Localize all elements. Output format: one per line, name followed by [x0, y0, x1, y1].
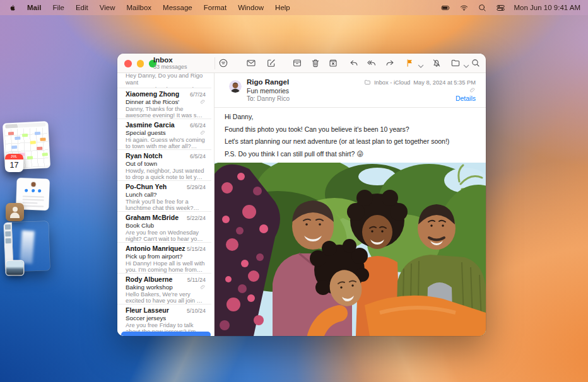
row-preview: Danny, Thanks for the awesome evening! I… — [126, 106, 206, 120]
reply-all-button[interactable] — [367, 58, 377, 69]
row-preview: Are you free on Wednesday night? Can't w… — [126, 229, 206, 243]
window-content: Hey Danny, Do you and Rigo want to come … — [117, 73, 486, 336]
row-subject: Lunch call? — [126, 191, 157, 198]
message-count: 33 messages — [153, 64, 187, 71]
menu-format[interactable]: Format — [204, 4, 226, 11]
search-button[interactable] — [471, 58, 481, 69]
chevron-down-icon — [461, 61, 471, 71]
menu-view[interactable]: View — [100, 4, 115, 11]
message-list-row[interactable]: Po-Chun Yeh5/29/24Lunch call?Think you'l… — [117, 180, 211, 211]
move-icon — [450, 58, 461, 68]
recipient[interactable]: Danny Rico — [257, 95, 290, 102]
selected-message-row-peek[interactable] — [121, 332, 211, 336]
filter-icon — [218, 58, 228, 68]
archive-button[interactable] — [292, 58, 303, 69]
row-sender: Rody Albuerne — [126, 275, 172, 283]
menu-mail[interactable]: Mail — [27, 4, 41, 11]
row-date: 6/7/24 — [190, 91, 206, 98]
compose-icon — [266, 58, 276, 68]
flag-icon — [405, 58, 415, 68]
message-pane: Rigo Rangel Fun memories To:Danny Rico I… — [215, 73, 486, 336]
row-sender: Fleur Lasseur — [126, 306, 169, 314]
message-list-row[interactable]: Rody Albuerne5/11/24Baking workshopHello… — [117, 273, 211, 304]
row-date: 6/6/24 — [190, 122, 206, 129]
message-list-row[interactable]: Xiaomeng Zhong6/7/24Dinner at the Ricos'… — [117, 88, 211, 119]
menu-items: MailFileEditViewMailboxMessageFormatWind… — [27, 4, 290, 11]
mail-window: Inbox 33 messages Hey Danny, Do you and … — [117, 54, 486, 336]
row-sender: Antonio Manriquez — [126, 245, 185, 252]
row-date: 6/5/24 — [190, 153, 206, 159]
row-subject: Pick up from airport? — [126, 253, 182, 260]
trash-icon — [310, 58, 320, 68]
battery-icon[interactable] — [441, 3, 450, 13]
junk-button[interactable] — [328, 58, 339, 69]
message-list-row[interactable]: Ryan Notch6/5/24Out of townHowdy, neighb… — [117, 149, 211, 180]
minimize-button[interactable] — [137, 60, 144, 67]
move-button[interactable] — [450, 58, 468, 69]
archive-icon — [292, 58, 302, 68]
flag-button[interactable] — [405, 58, 423, 69]
window-title: Inbox 33 messages — [153, 56, 187, 71]
window-titlebar[interactable]: Inbox 33 messages — [117, 54, 486, 73]
reply-all-icon — [367, 58, 377, 68]
message-sender[interactable]: Rigo Rangel — [247, 78, 289, 86]
unread-button[interactable] — [246, 58, 257, 69]
row-subject: Baking workshop — [126, 284, 173, 291]
wifi-icon[interactable] — [459, 3, 469, 13]
message-list-row[interactable]: Antonio Manriquez5/15/24Pick up from air… — [117, 242, 211, 273]
mute-icon — [432, 58, 442, 68]
message-list: Hey Danny, Do you and Rigo want to come … — [117, 73, 215, 336]
row-preview: Hi again. Guess who's coming to town wit… — [126, 137, 206, 151]
junk-icon — [328, 58, 338, 68]
calendar-icon-month: JUL — [5, 154, 23, 159]
message-rows: Xiaomeng Zhong6/7/24Dinner at the Ricos'… — [117, 88, 214, 335]
row-date: 5/29/24 — [187, 184, 206, 190]
body-paragraph: Let's start planning our next adventure … — [225, 137, 476, 146]
close-button[interactable] — [124, 60, 132, 67]
forward-button[interactable] — [385, 58, 396, 69]
message-subject: Fun memories — [247, 87, 289, 95]
trash-button[interactable] — [310, 58, 321, 69]
message-list-row[interactable]: Fleur Lasseur5/10/24Soccer jerseysAre yo… — [117, 304, 211, 335]
details-link[interactable]: Details — [456, 95, 476, 102]
spotlight-search-icon[interactable] — [478, 3, 487, 13]
mailbox-title: Inbox — [153, 56, 187, 64]
message-body: Hi Danny,Found this photo you took! Can … — [215, 108, 486, 158]
menu-bar: MailFileEditViewMailboxMessageFormatWind… — [0, 0, 588, 15]
menu-file[interactable]: File — [52, 4, 64, 11]
row-subject: Soccer jerseys — [126, 315, 166, 321]
row-preview: Think you'll be free for a lunchtime cha… — [126, 199, 206, 212]
row-subject: Out of town — [126, 160, 157, 167]
filter-button[interactable] — [218, 58, 229, 69]
body-paragraph: Found this photo you took! Can you belie… — [225, 125, 476, 134]
photos-mini-thumbnail[interactable] — [6, 261, 23, 275]
menu-bar-clock[interactable]: Mon Jun 10 9:41 AM — [514, 4, 580, 11]
forward-icon — [385, 58, 395, 68]
calendar-app-icon[interactable]: JUL 17 — [5, 154, 23, 172]
contact-card-actions — [25, 189, 41, 193]
menu-edit[interactable]: Edit — [76, 4, 88, 11]
control-center-icon[interactable] — [496, 3, 505, 13]
menu-message[interactable]: Message — [163, 4, 192, 11]
row-date: 5/10/24 — [187, 308, 206, 314]
menu-help[interactable]: Help — [275, 4, 290, 11]
photo-attachment[interactable] — [215, 163, 486, 336]
mute-button[interactable] — [432, 58, 442, 69]
apple-menu-icon[interactable] — [9, 3, 17, 13]
compose-button[interactable] — [266, 58, 277, 69]
reply-button[interactable] — [349, 58, 360, 69]
sender-avatar[interactable] — [229, 80, 242, 93]
calendar-icon-day: 17 — [5, 159, 23, 171]
contacts-app-icon[interactable] — [6, 203, 24, 221]
message-list-row[interactable]: Graham McBride5/22/24Book ClubAre you fr… — [117, 211, 211, 242]
unread-icon — [246, 58, 256, 68]
photos-waterfall-image — [20, 230, 35, 263]
message-list-row[interactable]: Jasmine Garcia6/6/24Special guestsHi aga… — [117, 119, 211, 149]
mailbox-folder-icon — [364, 79, 371, 86]
body-paragraph: Hi Danny, — [225, 113, 476, 121]
menu-mailbox[interactable]: Mailbox — [126, 4, 151, 11]
menu-window[interactable]: Window — [238, 4, 264, 11]
row-subject: Special guests — [126, 129, 166, 136]
scrolled-message-preview[interactable]: Hey Danny, Do you and Rigo want to come … — [117, 73, 214, 88]
body-paragraph: P.S. Do you think I can still pull off t… — [225, 150, 476, 158]
